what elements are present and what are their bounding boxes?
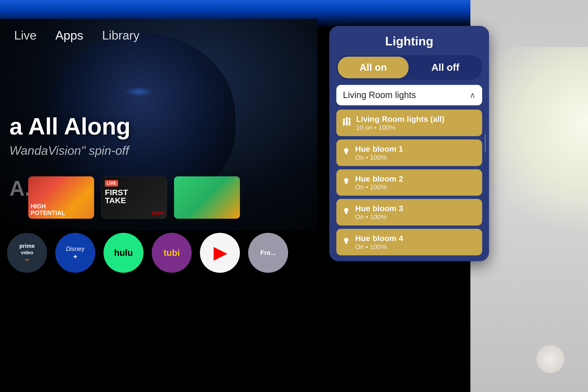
light-status-hue-bloom-2: On • 100% xyxy=(355,184,476,191)
light-item-hue-bloom-2[interactable]: Hue bloom 2 On • 100% xyxy=(336,169,482,196)
svg-rect-19 xyxy=(345,242,348,243)
app-prime-smile: ⌣ xyxy=(19,256,34,264)
room-selector-label: Living Room lights xyxy=(343,90,416,100)
nav-library[interactable]: Library xyxy=(102,28,140,42)
svg-rect-11 xyxy=(345,182,348,183)
app-prime-label: prime xyxy=(19,242,34,250)
light-name-hue-bloom-4: Hue bloom 4 xyxy=(355,234,476,243)
light-item-hue-bloom-1[interactable]: Hue bloom 1 On • 100% xyxy=(336,140,482,166)
app-disney-plus[interactable]: Disney + xyxy=(55,233,95,273)
lighting-panel: Lighting All on All off Living Room ligh… xyxy=(329,26,489,261)
nav-apps[interactable]: Apps xyxy=(55,28,83,42)
light-info-hue-bloom-4: Hue bloom 4 On • 100% xyxy=(355,234,476,251)
light-status-hue-bloom-1: On • 100% xyxy=(355,154,476,161)
svg-rect-20 xyxy=(345,243,347,244)
card-high-potential[interactable]: HIGHPOTENTIAL xyxy=(28,176,94,219)
va-logo: A. xyxy=(10,176,30,200)
light-item-hue-bloom-3[interactable]: Hue bloom 3 On • 100% xyxy=(336,199,482,226)
live-badge: LIVE xyxy=(105,180,118,186)
all-on-button[interactable]: All on xyxy=(338,57,408,78)
app-disney-plus-sign: + xyxy=(66,252,84,260)
app-prime-label2: video xyxy=(19,250,34,256)
room-selector[interactable]: Living Room lights ∧ xyxy=(336,85,482,105)
light-status-hue-bloom-4: On • 100% xyxy=(355,243,476,251)
bulb-icon-2 xyxy=(342,177,350,188)
svg-point-10 xyxy=(344,178,348,182)
light-info-hue-bloom-3: Hue bloom 3 On • 100% xyxy=(355,204,476,221)
light-item-living-room-all[interactable]: Living Room lights (all) 10 on • 100% xyxy=(336,110,482,136)
svg-rect-9 xyxy=(346,154,347,154)
svg-rect-21 xyxy=(346,244,347,244)
svg-point-4 xyxy=(346,117,348,120)
app-hulu[interactable]: hulu xyxy=(104,233,144,273)
app-youtube-icon: ▶ xyxy=(214,243,226,262)
panel-title: Lighting xyxy=(336,34,482,48)
nav-live[interactable]: Live xyxy=(14,28,36,42)
svg-point-6 xyxy=(344,148,348,152)
light-name-hue-bloom-1: Hue bloom 1 xyxy=(355,144,476,154)
light-status-hue-bloom-3: On • 100% xyxy=(355,213,476,221)
chevron-up-icon: ∧ xyxy=(470,90,476,100)
svg-rect-1 xyxy=(346,120,348,126)
app-youtube[interactable]: ▶ xyxy=(200,233,240,273)
svg-rect-13 xyxy=(346,184,347,184)
bulb-icon-3 xyxy=(342,207,350,218)
light-status-living-room-all: 10 on • 100% xyxy=(356,124,476,132)
app-tubi-label: tubi xyxy=(164,248,180,258)
svg-rect-7 xyxy=(345,152,348,153)
all-off-button[interactable]: All off xyxy=(410,57,481,78)
apps-row: prime video ⌣ Disney + hulu tubi ▶ Fre..… xyxy=(7,233,288,273)
bulb-icon-4 xyxy=(342,237,350,248)
card-first-take-title: FIRSTTAKE xyxy=(105,188,128,204)
scroll-indicator xyxy=(485,134,486,153)
toggle-row: All on All off xyxy=(336,55,482,80)
hero-title: a All Along xyxy=(10,113,130,140)
svg-point-18 xyxy=(344,238,348,242)
svg-rect-0 xyxy=(343,121,345,126)
card-third[interactable] xyxy=(174,176,240,219)
light-info-hue-bloom-1: Hue bloom 1 On • 100% xyxy=(355,144,476,161)
svg-rect-15 xyxy=(345,212,348,213)
svg-rect-8 xyxy=(345,153,347,154)
light-info-living-room-all: Living Room lights (all) 10 on • 100% xyxy=(356,114,476,132)
app-disney-label: Disney xyxy=(66,245,84,252)
svg-rect-2 xyxy=(348,120,350,126)
light-name-hue-bloom-3: Hue bloom 3 xyxy=(355,204,476,213)
svg-rect-16 xyxy=(345,213,347,214)
app-free[interactable]: Fre... xyxy=(248,233,288,273)
table-device xyxy=(536,345,564,373)
svg-point-5 xyxy=(348,118,351,120)
bulb-icon-1 xyxy=(342,148,350,158)
light-name-hue-bloom-2: Hue bloom 2 xyxy=(355,174,476,184)
cards-row: HIGHPOTENTIAL LIVE FIRSTTAKE ESPN xyxy=(28,176,240,219)
svg-point-3 xyxy=(343,119,345,121)
svg-rect-17 xyxy=(346,214,347,214)
light-name-living-room-all: Living Room lights (all) xyxy=(356,114,476,124)
app-prime-video[interactable]: prime video ⌣ xyxy=(7,233,47,273)
light-item-hue-bloom-4[interactable]: Hue bloom 4 On • 100% xyxy=(336,229,482,256)
eye-glow xyxy=(125,87,153,96)
card-first-take[interactable]: LIVE FIRSTTAKE ESPN xyxy=(101,176,167,219)
tv-nav: Live Apps Library xyxy=(14,28,140,42)
hero-subtitle: WandaVision" spin-off xyxy=(10,144,129,158)
light-info-hue-bloom-2: Hue bloom 2 On • 100% xyxy=(355,174,476,191)
svg-rect-12 xyxy=(345,183,347,184)
app-tubi[interactable]: tubi xyxy=(152,233,192,273)
app-hulu-label: hulu xyxy=(114,248,133,258)
svg-point-14 xyxy=(344,208,348,212)
group-lights-icon xyxy=(342,117,352,128)
panel-divider xyxy=(489,33,490,254)
card-high-potential-label: HIGHPOTENTIAL xyxy=(30,203,65,216)
card-first-take-network: ESPN xyxy=(152,211,164,216)
app-free-label: Fre... xyxy=(260,249,276,256)
